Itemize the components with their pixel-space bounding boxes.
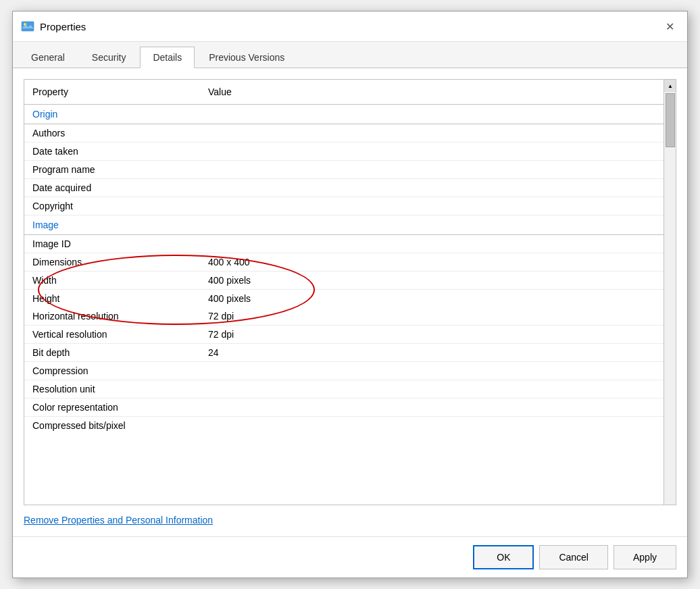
table-body: Origin Authors Date taken Program name D… bbox=[24, 105, 676, 505]
highlighted-dimensions-group: Dimensions 400 x 400 Width 400 pixels He… bbox=[24, 253, 664, 307]
prop-value-copyright bbox=[200, 197, 664, 215]
tab-previous-versions[interactable]: Previous Versions bbox=[196, 47, 297, 68]
scroll-thumb[interactable] bbox=[666, 93, 675, 147]
prop-value-dimensions: 400 x 400 bbox=[200, 253, 664, 271]
svg-rect-0 bbox=[22, 22, 34, 31]
prop-value-compressed-bits bbox=[200, 417, 664, 434]
prop-name-program-name: Program name bbox=[24, 161, 200, 178]
row-v-resolution: Vertical resolution 72 dpi bbox=[24, 326, 664, 344]
tab-content: Property Value Origin Authors Date taken bbox=[13, 68, 687, 536]
row-image-id: Image ID bbox=[24, 235, 664, 253]
prop-name-resolution-unit: Resolution unit bbox=[24, 380, 200, 398]
prop-value-height: 400 pixels bbox=[200, 290, 664, 307]
prop-name-height: Height bbox=[24, 290, 200, 307]
prop-name-image-id: Image ID bbox=[24, 235, 200, 253]
apply-button[interactable]: Apply bbox=[614, 545, 676, 569]
prop-name-color-representation: Color representation bbox=[24, 399, 200, 416]
ok-button[interactable]: OK bbox=[473, 545, 534, 569]
prop-name-bit-depth: Bit depth bbox=[24, 344, 200, 361]
prop-name-compression: Compression bbox=[24, 362, 200, 380]
row-date-taken: Date taken bbox=[24, 143, 664, 161]
section-origin: Origin bbox=[24, 105, 664, 124]
table-header: Property Value bbox=[24, 80, 676, 105]
prop-value-program-name bbox=[200, 161, 664, 178]
row-copyright: Copyright bbox=[24, 197, 664, 215]
remove-properties-link[interactable]: Remove Properties and Personal Informati… bbox=[24, 515, 213, 526]
row-dimensions: Dimensions 400 x 400 bbox=[24, 253, 664, 272]
properties-table: Property Value Origin Authors Date taken bbox=[24, 79, 676, 505]
prop-value-h-resolution: 72 dpi bbox=[200, 307, 664, 325]
svg-point-2 bbox=[24, 23, 26, 26]
title-bar: Properties ✕ bbox=[13, 11, 687, 42]
dialog-title: Properties bbox=[40, 21, 660, 32]
tab-bar: General Security Details Previous Versio… bbox=[13, 42, 687, 68]
row-date-acquired: Date acquired bbox=[24, 179, 664, 197]
prop-value-width: 400 pixels bbox=[200, 272, 664, 289]
row-h-resolution: Horizontal resolution 72 dpi bbox=[24, 307, 664, 326]
prop-name-date-acquired: Date acquired bbox=[24, 179, 200, 197]
prop-value-v-resolution: 72 dpi bbox=[200, 326, 664, 343]
scrollbar[interactable]: ▲ bbox=[664, 80, 676, 505]
prop-name-copyright: Copyright bbox=[24, 197, 200, 215]
section-image: Image bbox=[24, 215, 664, 235]
prop-value-bit-depth: 24 bbox=[200, 344, 664, 361]
prop-value-compression bbox=[200, 362, 664, 380]
prop-value-authors bbox=[200, 124, 664, 142]
row-resolution-unit: Resolution unit bbox=[24, 380, 664, 399]
tab-security[interactable]: Security bbox=[79, 47, 139, 68]
prop-name-date-taken: Date taken bbox=[24, 143, 200, 160]
row-height: Height 400 pixels bbox=[24, 290, 664, 307]
tab-general[interactable]: General bbox=[18, 47, 78, 68]
prop-value-date-acquired bbox=[200, 179, 664, 197]
dialog-icon bbox=[21, 20, 34, 33]
section-origin-label: Origin bbox=[32, 109, 57, 120]
close-button[interactable]: ✕ bbox=[660, 17, 679, 36]
row-bit-depth: Bit depth 24 bbox=[24, 344, 664, 362]
row-width: Width 400 pixels bbox=[24, 272, 664, 290]
col-header-value: Value bbox=[200, 84, 676, 100]
link-area: Remove Properties and Personal Informati… bbox=[24, 515, 676, 526]
prop-value-color-representation bbox=[200, 399, 664, 416]
row-color-representation: Color representation bbox=[24, 399, 664, 417]
row-authors: Authors bbox=[24, 124, 664, 143]
cancel-button[interactable]: Cancel bbox=[539, 545, 608, 569]
prop-name-width: Width bbox=[24, 272, 200, 289]
properties-dialog: Properties ✕ General Security Details Pr… bbox=[12, 11, 688, 578]
prop-value-date-taken bbox=[200, 143, 664, 160]
tab-details[interactable]: Details bbox=[140, 47, 195, 68]
prop-name-dimensions: Dimensions bbox=[24, 253, 200, 271]
row-compressed-bits: Compressed bits/pixel bbox=[24, 417, 664, 434]
prop-name-compressed-bits: Compressed bits/pixel bbox=[24, 417, 200, 434]
footer: OK Cancel Apply bbox=[13, 536, 687, 578]
scroll-up-button[interactable]: ▲ bbox=[664, 80, 676, 92]
prop-name-authors: Authors bbox=[24, 124, 200, 142]
prop-value-resolution-unit bbox=[200, 380, 664, 398]
prop-name-h-resolution: Horizontal resolution bbox=[24, 307, 200, 325]
prop-name-v-resolution: Vertical resolution bbox=[24, 326, 200, 343]
col-header-property: Property bbox=[24, 84, 200, 100]
row-compression: Compression bbox=[24, 362, 664, 380]
section-image-label: Image bbox=[32, 220, 59, 230]
prop-value-image-id bbox=[200, 235, 664, 253]
row-program-name: Program name bbox=[24, 161, 664, 179]
